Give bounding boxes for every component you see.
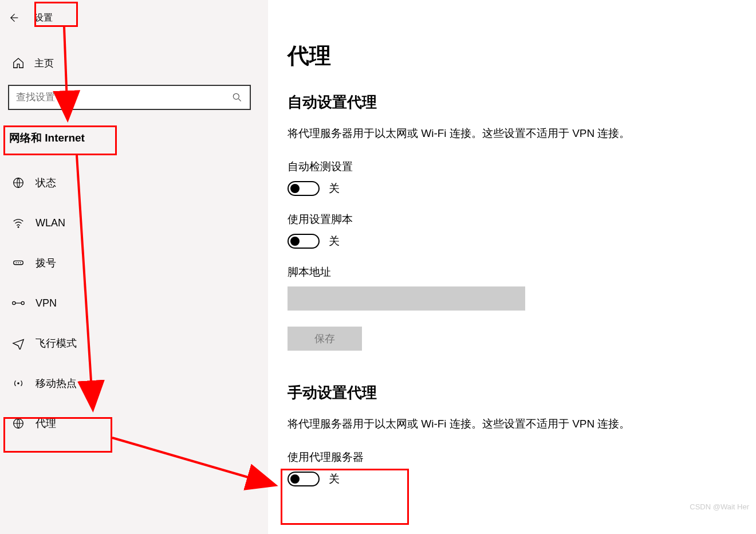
header-row: 设置 [0,7,268,29]
svg-point-8 [20,262,21,264]
nav-list: 状态 WLAN 拨号 VPN 飞行模式 移动热点 代理 [0,163,268,443]
svg-point-12 [17,382,19,384]
watermark: CSDN @Wait Her [690,502,749,511]
globe-status-icon [11,176,25,189]
sidebar-item-proxy[interactable]: 代理 [0,403,268,443]
main-content: 代理 自动设置代理 将代理服务器用于以太网或 Wi-Fi 连接。这些设置不适用于… [268,0,756,534]
svg-point-4 [18,226,19,228]
sidebar-item-dialup[interactable]: 拨号 [0,243,268,283]
sidebar-category: 网络和 Internet [0,125,268,151]
manual-section-desc: 将代理服务器用于以太网或 Wi-Fi 连接。这些设置不适用于 VPN 连接。 [288,417,756,431]
auto-detect-state: 关 [329,181,340,196]
sidebar-item-label: WLAN [36,217,65,229]
svg-point-10 [21,301,24,304]
window-title: 设置 [26,10,61,26]
vpn-icon [11,297,25,309]
hotspot-icon [11,377,25,390]
auto-section-desc: 将代理服务器用于以太网或 Wi-Fi 连接。这些设置不适用于 VPN 连接。 [288,126,756,141]
use-script-toggle[interactable] [288,234,320,249]
sidebar-item-label: 移动热点 [36,376,77,390]
svg-point-6 [15,262,17,264]
svg-point-7 [18,262,19,264]
auto-detect-label: 自动检测设置 [288,159,756,174]
wifi-icon [11,217,25,229]
script-address-label: 脚本地址 [288,265,756,280]
search-input[interactable] [16,92,231,103]
sidebar-item-status[interactable]: 状态 [0,163,268,203]
sidebar-item-label: 飞行模式 [36,336,77,350]
manual-section-title: 手动设置代理 [288,383,756,403]
use-proxy-label: 使用代理服务器 [288,450,756,465]
script-address-input [288,286,525,311]
auto-detect-toggle[interactable] [288,181,320,196]
back-arrow-icon [7,12,19,23]
save-button: 保存 [288,327,362,351]
home-label: 主页 [34,57,54,70]
search-box[interactable] [8,85,251,110]
svg-point-1 [233,93,239,99]
sidebar-item-wlan[interactable]: WLAN [0,203,268,243]
home-icon [11,57,25,69]
use-proxy-state: 关 [329,472,340,486]
use-script-state: 关 [329,234,340,249]
use-proxy-toggle[interactable] [288,472,320,486]
back-button[interactable] [0,7,26,29]
sidebar: 设置 主页 网络和 Internet 状态 WLAN 拨号 VPN 飞 [0,0,268,534]
sidebar-item-label: 拨号 [36,256,56,270]
globe-icon [11,417,25,430]
sidebar-item-label: 代理 [36,417,56,430]
sidebar-item-airplane[interactable]: 飞行模式 [0,323,268,363]
sidebar-item-vpn[interactable]: VPN [0,283,268,323]
search-icon [231,92,243,103]
auto-section-title: 自动设置代理 [288,92,756,112]
home-link[interactable]: 主页 [0,52,268,74]
svg-line-2 [239,99,241,101]
airplane-icon [11,337,25,350]
sidebar-item-label: VPN [36,297,57,309]
use-script-label: 使用设置脚本 [288,212,756,227]
svg-point-9 [13,301,15,304]
dialup-icon [11,257,25,269]
sidebar-item-label: 状态 [36,176,56,190]
sidebar-item-hotspot[interactable]: 移动热点 [0,363,268,403]
page-title: 代理 [288,41,756,70]
